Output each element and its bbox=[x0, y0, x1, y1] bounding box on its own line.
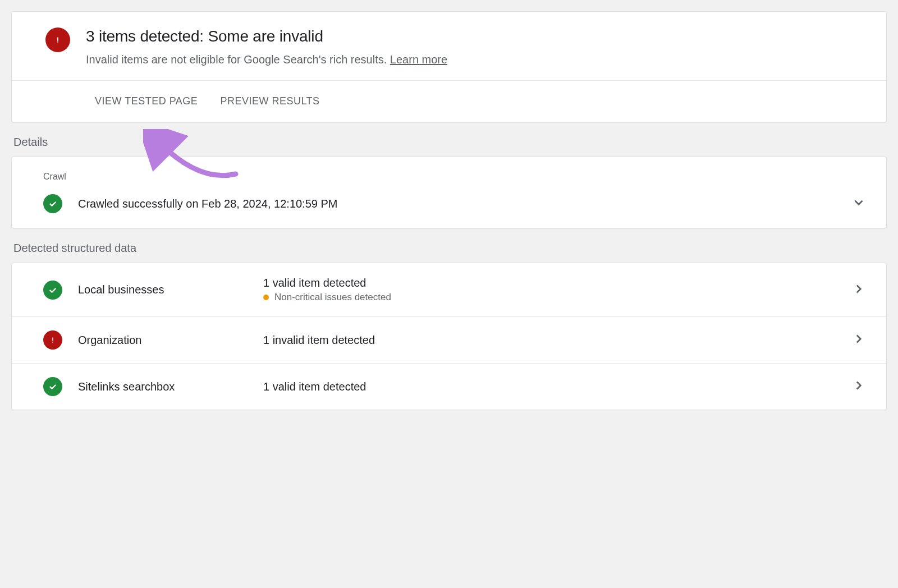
structured-data-name: Local businesses bbox=[78, 283, 263, 296]
learn-more-link[interactable]: Learn more bbox=[390, 53, 447, 66]
summary-subtitle-text: Invalid items are not eligible for Googl… bbox=[86, 53, 390, 66]
summary-subtitle: Invalid items are not eligible for Googl… bbox=[86, 51, 447, 68]
structured-data-row[interactable]: Organization 1 invalid item detected bbox=[12, 317, 886, 364]
structured-data-name: Sitelinks searchbox bbox=[78, 380, 263, 393]
structured-data-substatus: Non-critical issues detected bbox=[263, 292, 851, 303]
crawl-label: Crawl bbox=[43, 172, 866, 182]
chevron-right-icon bbox=[851, 282, 866, 298]
crawl-card: Crawl Crawled successfully on Feb 28, 20… bbox=[11, 157, 887, 228]
summary-title: 3 items detected: Some are invalid bbox=[86, 27, 447, 45]
summary-card: 3 items detected: Some are invalid Inval… bbox=[11, 11, 887, 122]
structured-data-section-label: Detected structured data bbox=[13, 242, 887, 255]
chevron-down-icon bbox=[851, 195, 866, 212]
error-icon bbox=[45, 27, 70, 52]
preview-results-button[interactable]: PREVIEW RESULTS bbox=[220, 95, 319, 107]
actions-row: VIEW TESTED PAGE PREVIEW RESULTS bbox=[12, 81, 886, 122]
error-icon bbox=[43, 330, 62, 350]
summary-header: 3 items detected: Some are invalid Inval… bbox=[12, 12, 886, 81]
checkmark-icon bbox=[43, 194, 62, 213]
structured-data-status: 1 valid item detected bbox=[263, 277, 851, 290]
structured-data-status: 1 valid item detected bbox=[263, 380, 851, 393]
checkmark-icon bbox=[43, 377, 62, 396]
structured-data-name: Organization bbox=[78, 334, 263, 347]
checkmark-icon bbox=[43, 281, 62, 300]
details-section-label: Details bbox=[13, 136, 887, 149]
crawl-status-text: Crawled successfully on Feb 28, 2024, 12… bbox=[78, 197, 836, 210]
structured-data-card: Local businesses 1 valid item detected N… bbox=[11, 263, 887, 410]
chevron-right-icon bbox=[851, 332, 866, 348]
warning-dot-icon bbox=[263, 295, 269, 300]
structured-data-row[interactable]: Local businesses 1 valid item detected N… bbox=[12, 263, 886, 317]
structured-data-sub-text: Non-critical issues detected bbox=[274, 292, 391, 303]
view-tested-page-button[interactable]: VIEW TESTED PAGE bbox=[95, 95, 198, 107]
chevron-right-icon bbox=[851, 378, 866, 395]
structured-data-status: 1 invalid item detected bbox=[263, 334, 851, 347]
structured-data-row[interactable]: Sitelinks searchbox 1 valid item detecte… bbox=[12, 364, 886, 410]
crawl-status-row[interactable]: Crawled successfully on Feb 28, 2024, 12… bbox=[43, 194, 866, 213]
